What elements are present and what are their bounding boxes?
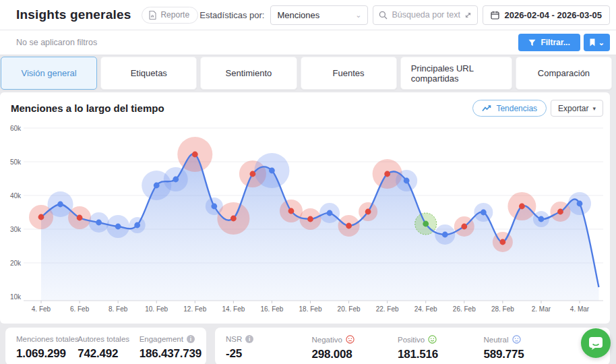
tab-vision-general[interactable]: Visión general	[1, 57, 97, 90]
chart-point[interactable]	[404, 178, 410, 184]
chart-point[interactable]	[96, 220, 102, 226]
chart-point[interactable]	[211, 204, 217, 210]
stat-positivo: Positivo 181.516	[398, 335, 484, 357]
chart-point[interactable]	[192, 152, 198, 158]
filter-bar: No se aplicaron filtros Filtrar... ⌄	[0, 30, 616, 55]
stat-menciones-totales: Menciones totales 1.069.299	[16, 335, 78, 357]
tab-comparacion[interactable]: Comparación	[516, 57, 612, 90]
export-button[interactable]: Exportar ▾	[551, 100, 603, 117]
chart-point[interactable]	[154, 183, 160, 189]
chart-point[interactable]	[327, 210, 333, 216]
chevron-down-icon: ⌄	[598, 38, 605, 47]
chart-point[interactable]	[346, 223, 352, 229]
chart-point[interactable]	[538, 216, 545, 222]
sentiment-card: NSR i -25 Negativo 298.008 Positivo 181.…	[215, 328, 610, 364]
tab-sentimiento[interactable]: Sentimiento	[200, 57, 297, 90]
chart-point[interactable]	[577, 201, 583, 207]
totals-card: Menciones totales 1.069.299 Autores tota…	[5, 328, 206, 364]
date-range-picker[interactable]: 2026-02-04 - 2026-03-05	[483, 5, 610, 25]
y-axis-label: 30k	[10, 226, 22, 233]
stats-by-label: Estadísticas por:	[199, 10, 264, 20]
y-axis-label: 40k	[10, 192, 22, 200]
funnel-icon	[528, 39, 536, 47]
chart-point[interactable]	[384, 171, 390, 177]
chart-point[interactable]	[77, 215, 83, 221]
x-axis-label: 6. Feb	[70, 305, 90, 313]
x-axis-label: 14. Feb	[222, 305, 245, 313]
tab-etiquetas[interactable]: Etiquetas	[100, 57, 197, 90]
chart-point[interactable]	[519, 204, 525, 210]
stat-autores-totales: Autores totales 742.492	[78, 335, 139, 357]
page-title: Insights generales	[16, 7, 131, 22]
mentions-time-series-chart[interactable]: 10k20k30k40k50k60k4. Feb6. Feb8. Feb10. …	[0, 92, 616, 324]
tabs-row: Visión general Etiquetas Sentimiento Fue…	[0, 55, 616, 92]
stat-nsr: NSR i -25	[226, 335, 312, 357]
chart-point[interactable]	[461, 224, 467, 230]
filter-status-text: No se aplicaron filtros	[16, 38, 97, 47]
search-icon	[379, 11, 388, 20]
chart-point[interactable]	[269, 168, 275, 174]
chart-point[interactable]	[134, 222, 140, 229]
tab-fuentes[interactable]: Fuentes	[301, 57, 397, 90]
x-axis-label: 8. Feb	[109, 305, 128, 313]
report-icon	[148, 11, 156, 20]
chart-point[interactable]	[230, 216, 237, 222]
stats-by-select[interactable]: Menciones ⌄	[270, 5, 368, 25]
report-button[interactable]: Reporte	[142, 7, 198, 24]
stat-neutral: Neutral 589.775	[484, 335, 570, 357]
x-axis-label: 22. Feb	[376, 305, 399, 313]
chart-point[interactable]	[115, 224, 121, 230]
x-axis-label: 10. Feb	[145, 305, 168, 313]
neutral-face-icon	[512, 335, 521, 344]
search-box[interactable]	[373, 5, 478, 25]
x-axis-label: 28. Feb	[491, 305, 514, 313]
y-axis-label: 10k	[10, 293, 22, 301]
chart-point[interactable]	[38, 214, 44, 220]
x-axis-label: 12. Feb	[183, 305, 206, 313]
chart-point[interactable]	[365, 209, 371, 215]
info-icon[interactable]: i	[187, 335, 195, 343]
sad-face-icon	[346, 335, 355, 344]
chart-point[interactable]	[442, 232, 448, 238]
chat-widget-button[interactable]	[581, 328, 611, 358]
chevron-down-icon: ▾	[592, 105, 596, 112]
chart-title: Menciones a lo largo del tiempo	[11, 102, 164, 114]
summary-stats-row: Menciones totales 1.069.299 Autores tota…	[0, 324, 616, 364]
x-axis-label: 4. Feb	[32, 305, 51, 313]
y-axis-label: 20k	[10, 260, 22, 267]
chart-point[interactable]	[481, 210, 487, 216]
chart-point[interactable]	[499, 239, 505, 245]
x-axis-label: 16. Feb	[260, 305, 283, 313]
chart-point[interactable]	[173, 177, 179, 183]
saved-filters-button[interactable]: ⌄	[584, 34, 610, 51]
x-axis-label: 4. Mar	[570, 305, 590, 313]
chart-point[interactable]	[288, 208, 295, 214]
calendar-icon	[491, 11, 499, 20]
x-axis-label: 20. Feb	[338, 305, 361, 313]
x-axis-label: 2. Mar	[532, 305, 551, 313]
y-axis-label: 50k	[10, 158, 22, 166]
x-axis-label: 26. Feb	[453, 305, 476, 313]
filter-button[interactable]: Filtrar...	[518, 34, 580, 51]
bookmark-icon	[589, 38, 596, 47]
y-axis-label: 60k	[10, 125, 22, 132]
chart-point[interactable]	[249, 171, 255, 177]
expand-search-icon[interactable]	[464, 11, 472, 19]
chart-point[interactable]	[557, 209, 563, 215]
search-input[interactable]	[392, 10, 460, 20]
stat-negativo: Negativo 298.008	[312, 335, 398, 357]
mentions-over-time-card: Menciones a lo largo del tiempo Tendenci…	[0, 92, 610, 324]
trends-toggle-button[interactable]: Tendencias	[472, 100, 547, 117]
x-axis-label: 24. Feb	[414, 305, 437, 313]
tab-principales-url[interactable]: Principales URL compartidas	[400, 57, 512, 90]
chart-point[interactable]	[57, 202, 63, 208]
chart-point[interactable]	[307, 216, 313, 222]
top-bar: Insights generales Reporte Estadísticas …	[0, 0, 616, 30]
chat-bubble-icon	[588, 336, 603, 350]
happy-face-icon	[428, 335, 437, 344]
trend-line-icon	[482, 105, 491, 112]
x-axis-label: 18. Feb	[299, 305, 322, 313]
chart-point[interactable]	[423, 221, 429, 227]
chevron-down-icon: ⌄	[355, 11, 361, 20]
info-icon[interactable]: i	[245, 335, 253, 343]
